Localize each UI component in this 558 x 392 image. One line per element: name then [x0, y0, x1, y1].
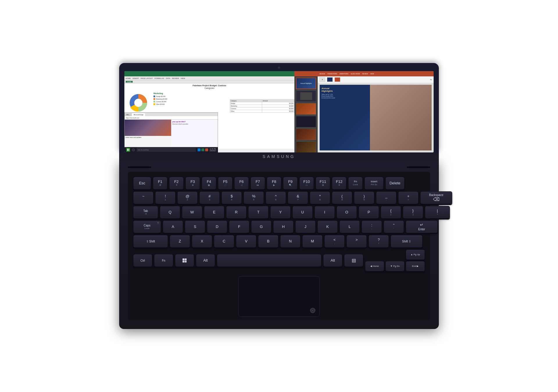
ppt-theme-2[interactable] [327, 77, 333, 82]
key-5[interactable]: %5 [244, 191, 264, 204]
key-u[interactable]: U [292, 206, 313, 219]
key-y[interactable]: Y [270, 206, 291, 219]
key-x[interactable]: X [192, 235, 212, 248]
key-3[interactable]: #3 [199, 191, 220, 204]
key-d[interactable]: D [207, 220, 227, 233]
key-f2[interactable]: F2☀ [169, 177, 184, 190]
key-q[interactable]: Q [160, 206, 180, 219]
key-l[interactable]: L [339, 220, 360, 233]
key-fn[interactable]: Fn [154, 254, 173, 267]
key-pgdn[interactable]: ▼ Pg Dn [385, 261, 405, 271]
browser-tab-edge[interactable]: Microsoft Edge [132, 113, 145, 116]
key-f10[interactable]: F10▭ [299, 177, 314, 190]
key-capslock[interactable]: Caps Lock [133, 220, 161, 233]
key-backtick[interactable]: ~` [133, 191, 153, 204]
key-esc[interactable]: Esc [133, 177, 151, 190]
key-7[interactable]: &7 [288, 191, 308, 204]
key-backslash[interactable]: |\ [425, 206, 450, 219]
key-p[interactable]: P [359, 206, 379, 219]
key-lbracket[interactable]: {[ [381, 206, 401, 219]
key-w[interactable]: W [182, 206, 202, 219]
key-home[interactable]: ◀ Home [365, 261, 384, 271]
key-f9[interactable]: F9🔍 [283, 177, 298, 190]
browser-tab-1[interactable]: MN... [125, 113, 132, 116]
key-f6[interactable]: F6◁ [234, 177, 249, 190]
key-f11[interactable]: F11⊞ [316, 177, 330, 190]
key-insert[interactable]: InsertPrt Sc [364, 177, 384, 190]
excel-tab-home[interactable]: HOME [126, 81, 133, 83]
key-f[interactable]: F [229, 220, 249, 233]
cortana-button[interactable] [132, 148, 135, 151]
key-ralt[interactable]: Alt [323, 254, 342, 267]
key-rbracket[interactable]: }] [403, 206, 423, 219]
key-quote[interactable]: "' [384, 220, 404, 233]
excel-ribbon2: HOME INSERT PAGE LAYOUT FORMULAS DATA RE… [124, 76, 294, 80]
edge-icon[interactable] [198, 148, 201, 151]
key-k[interactable]: K [317, 220, 338, 233]
key-enter[interactable]: ↵Enter [406, 220, 438, 233]
ppt-slide-4[interactable] [296, 116, 316, 127]
key-i[interactable]: I [314, 206, 335, 219]
key-lshift[interactable]: ⇧ Shift [133, 235, 168, 248]
key-m[interactable]: M [302, 235, 323, 248]
excel-icon[interactable] [201, 148, 204, 151]
key-c[interactable]: C [214, 235, 234, 248]
key-f7[interactable]: F7⏮ [251, 177, 265, 190]
key-delete[interactable]: Delete [385, 177, 405, 190]
key-f1[interactable]: F1⚙ [153, 177, 167, 190]
key-e[interactable]: E [204, 206, 224, 219]
key-rshift[interactable]: Shift ⇧ [391, 235, 423, 248]
key-lalt[interactable]: Alt [196, 254, 215, 267]
key-f4[interactable]: F4▣ [202, 177, 216, 190]
key-tab[interactable]: Tab⇥ [133, 206, 158, 219]
key-semicolon[interactable]: :; [362, 220, 382, 233]
key-windows[interactable] [175, 254, 194, 267]
key-4[interactable]: $4 [221, 191, 242, 204]
key-f5[interactable]: F5⬚ [218, 177, 233, 190]
ppt-slide-3[interactable] [296, 103, 316, 115]
ppt-icon[interactable] [205, 148, 208, 151]
key-s[interactable]: S [185, 220, 205, 233]
ppt-slide-1[interactable]: Annual Highlights [296, 78, 316, 89]
key-lctrl[interactable]: Ctrl [133, 254, 152, 267]
ppt-slide-5[interactable] [296, 129, 316, 140]
key-r[interactable]: R [226, 206, 246, 219]
key-j[interactable]: J [295, 220, 316, 233]
key-f12[interactable]: F12✈ [332, 177, 346, 190]
key-9[interactable]: (9 [332, 191, 352, 204]
key-v[interactable]: V [236, 235, 256, 248]
ppt-slide-6[interactable] [296, 141, 316, 152]
key-space[interactable] [217, 254, 321, 267]
key-t[interactable]: T [248, 206, 269, 219]
taskbar-search[interactable]: Ask me anything [137, 148, 196, 152]
key-h[interactable]: H [273, 220, 294, 233]
key-minus[interactable]: _- [376, 191, 396, 204]
key-z[interactable]: Z [170, 235, 190, 248]
key-pgup[interactable]: ▲ Pg Up [406, 249, 425, 260]
key-period[interactable]: >. [346, 235, 367, 248]
key-g[interactable]: G [251, 220, 271, 233]
key-equals[interactable]: += [398, 191, 419, 204]
key-6[interactable]: ^6 [266, 191, 286, 204]
key-slash[interactable]: ?/ [369, 235, 389, 248]
key-backspace[interactable]: Backspace⌫ [420, 191, 452, 204]
key-n[interactable]: N [280, 235, 301, 248]
key-f3[interactable]: F3⊕ [185, 177, 200, 190]
key-1[interactable]: !1 [155, 191, 176, 204]
key-2[interactable]: @2 [177, 191, 198, 204]
key-o[interactable]: O [337, 206, 357, 219]
key-a[interactable]: A [163, 220, 183, 233]
key-comma[interactable]: <, [324, 235, 345, 248]
key-f8[interactable]: F8▶ [267, 177, 281, 190]
key-8[interactable]: *8 [310, 191, 330, 204]
ppt-theme-3[interactable] [335, 77, 340, 82]
key-b[interactable]: B [258, 235, 278, 248]
ppt-theme-1[interactable]: A [319, 77, 325, 82]
ppt-slide-2[interactable] [296, 90, 316, 102]
key-end[interactable]: End ▶ [406, 261, 425, 271]
key-fnlock[interactable]: FnLock [348, 177, 363, 190]
start-button[interactable] [126, 148, 130, 152]
touchpad[interactable] [238, 276, 320, 317]
key-0[interactable]: )0 [354, 191, 374, 204]
key-menu[interactable]: ▤ [344, 254, 363, 267]
